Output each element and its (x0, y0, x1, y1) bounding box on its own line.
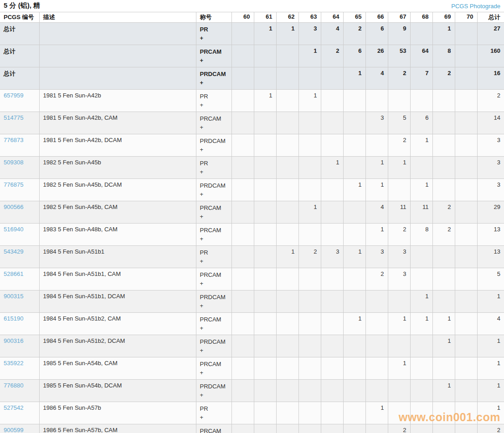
table-row: 5169401983 5 Fen Sun-A48b, CAMPRCAM+1282… (0, 224, 504, 246)
grade-count-cell (321, 335, 343, 357)
designation-label: PR (200, 404, 228, 413)
pcgs-number-link[interactable]: 528661 (4, 270, 23, 277)
grade-count-cell (455, 112, 477, 134)
table-row: 5359221985 5 Fen Sun-A54b, CAMPRCAM+11 (0, 357, 504, 380)
grade-count-cell (343, 357, 365, 380)
pcgs-number-link[interactable]: 900566 (4, 204, 23, 210)
grade-count-cell (298, 424, 321, 433)
pcgs-number-link[interactable]: 509308 (4, 159, 23, 166)
pcgs-number-link[interactable]: 776880 (4, 382, 23, 389)
grade-count-cell (455, 313, 477, 335)
grade-count-cell: 11 (410, 201, 432, 224)
grade-count-cell (231, 134, 254, 157)
header-grade-62: 62 (276, 12, 298, 23)
designation-label: PRCAM (200, 360, 228, 368)
pcgs-number-link[interactable]: 514775 (4, 114, 23, 121)
designation-cell: PR+ (196, 90, 231, 112)
grade-count-cell (231, 157, 254, 179)
designation-plus-label: + (200, 413, 228, 422)
grade-count-cell (321, 268, 343, 290)
grade-count-cell: 1 (432, 313, 455, 335)
row-total-cell: 1 (477, 290, 504, 313)
grade-count-cell (276, 67, 298, 90)
grade-count-cell: 1 (410, 134, 432, 157)
row-total-cell: 3 (477, 134, 504, 157)
designation-label: PR (200, 248, 228, 257)
designation-plus-label: + (200, 145, 228, 154)
grade-count-cell: 1 (388, 157, 410, 179)
grade-count-cell: 11 (388, 201, 410, 224)
designation-plus-label: + (200, 190, 228, 199)
table-row: 7768801985 5 Fen Sun-A54b, DCAMPRDCAM+11 (0, 380, 504, 402)
pcgs-number-link[interactable]: 657959 (4, 92, 23, 99)
row-total-cell: 4 (477, 313, 504, 335)
grade-count-cell (455, 157, 477, 179)
table-row: 9003151984 5 Fen Sun-A51b1, DCAMPRDCAM+1… (0, 290, 504, 313)
table-row: 5275421986 5 Fen Sun-A57bPR+11 (0, 402, 504, 424)
grade-count-cell (321, 424, 343, 433)
grade-count-cell: 2 (365, 268, 388, 290)
grade-count-cell (321, 112, 343, 134)
grade-count-cell: 1 (343, 313, 365, 335)
grade-count-cell (321, 402, 343, 424)
designation-cell: PR+ (196, 402, 231, 424)
header-row: PCGS 编号 描述 称号 60 61 62 63 64 65 66 67 68… (0, 12, 504, 23)
header-designation: 称号 (196, 12, 231, 23)
page-title: 5 分 (铝), 精 (4, 1, 40, 10)
grade-count-cell (321, 290, 343, 313)
header-grade-70: 70 (455, 12, 477, 23)
designation-label: PR (200, 25, 228, 34)
description-cell: 1981 5 Fen Sun-A42b (39, 90, 196, 112)
pcgs-number-cell: 527542 (0, 402, 39, 424)
grade-count-cell (432, 357, 455, 380)
description-cell: 1984 5 Fen Sun-A51b1, CAM (39, 268, 196, 290)
grade-count-cell (388, 380, 410, 402)
pcgs-number-cell: 900316 (0, 335, 39, 357)
grade-count-cell (455, 134, 477, 157)
pcgs-number-link[interactable]: 900599 (4, 427, 23, 433)
pcgs-number-link[interactable]: 615190 (4, 315, 23, 322)
grade-count-cell (365, 134, 388, 157)
grade-count-cell: 1 (298, 45, 321, 67)
grade-count-cell (432, 268, 455, 290)
grade-count-cell (343, 380, 365, 402)
description-cell: 1985 5 Fen Sun-A54b, DCAM (39, 380, 196, 402)
designation-label: PR (200, 159, 228, 168)
pcgs-number-link[interactable]: 776873 (4, 137, 23, 143)
grade-count-cell: 4 (365, 201, 388, 224)
grade-count-cell (343, 90, 365, 112)
designation-cell: PR+ (196, 157, 231, 179)
grade-count-cell (455, 246, 477, 268)
total-label-cell: 总计 (0, 23, 39, 45)
grade-count-cell (365, 313, 388, 335)
designation-cell: PRDCAM+ (196, 290, 231, 313)
photograde-link[interactable]: PCGS Photograde (451, 3, 500, 10)
pcgs-number-link[interactable]: 543429 (4, 248, 23, 255)
grade-count-cell (231, 290, 254, 313)
pcgs-number-link[interactable]: 900316 (4, 337, 23, 344)
pcgs-number-link[interactable]: 527542 (4, 404, 23, 411)
description-cell: 1984 5 Fen Sun-A51b1 (39, 246, 196, 268)
grade-count-cell (410, 268, 432, 290)
designation-plus-label: + (200, 34, 228, 42)
pcgs-number-link[interactable]: 776875 (4, 181, 23, 188)
grade-count-cell (432, 246, 455, 268)
designation-label: PRDCAM (200, 137, 228, 145)
designation-label: PRCAM (200, 315, 228, 324)
grade-count-cell (298, 134, 321, 157)
pcgs-number-link[interactable]: 900315 (4, 293, 23, 300)
grade-count-cell (321, 357, 343, 380)
grade-count-cell (254, 45, 276, 67)
designation-cell: PR+ (196, 23, 231, 45)
grade-count-cell (410, 402, 432, 424)
grade-count-cell (254, 179, 276, 201)
grade-count-cell (276, 424, 298, 433)
pcgs-number-cell: 516940 (0, 224, 39, 246)
table-row: 9003161984 5 Fen Sun-A51b2, DCAMPRDCAM+1… (0, 335, 504, 357)
grade-count-cell (343, 290, 365, 313)
designation-plus-label: + (200, 234, 228, 243)
grade-count-cell (455, 179, 477, 201)
pcgs-number-link[interactable]: 516940 (4, 226, 23, 233)
pcgs-number-link[interactable]: 535922 (4, 360, 23, 367)
designation-cell: PRCAM+ (196, 112, 231, 134)
